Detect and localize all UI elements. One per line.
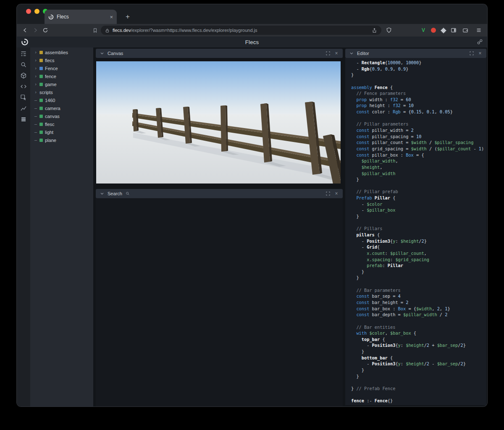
browser-tab[interactable]: Flecs ×	[45, 10, 117, 24]
search-panel-header[interactable]: Search ×	[96, 189, 343, 198]
share-icon[interactable]	[372, 28, 377, 33]
shield-icon[interactable]	[385, 26, 393, 34]
entity-color-square	[39, 67, 43, 70]
tree-item-assemblies[interactable]: ›assemblies	[30, 48, 93, 56]
entity-color-square	[39, 59, 43, 62]
3d-viewport[interactable]	[96, 61, 341, 184]
close-icon[interactable]: ×	[477, 50, 483, 56]
sidebar-toggle-icon[interactable]	[449, 26, 458, 34]
tree-item-Fence[interactable]: ›Fence	[30, 64, 93, 72]
tree-item-label: fence	[45, 74, 56, 79]
expand-arrow-icon[interactable]: ›	[34, 90, 37, 94]
window-minimize-button[interactable]	[34, 9, 39, 14]
tree-item-1460[interactable]: –1460	[30, 96, 93, 104]
canvas-panel-header[interactable]: Canvas ×	[96, 49, 343, 58]
code-icon[interactable]	[19, 82, 28, 91]
expand-arrow-icon[interactable]: ›	[34, 74, 37, 79]
forward-icon[interactable]	[31, 26, 39, 34]
expand-icon[interactable]	[325, 50, 331, 56]
stats-icon[interactable]	[19, 104, 28, 113]
editor-code: - Rectangle{10000, 10000} - Rgb{0.9, 0.9…	[351, 60, 486, 404]
expand-icon[interactable]	[325, 191, 331, 197]
code-line: x.count: $pillar_count,	[351, 250, 486, 257]
reload-icon[interactable]	[41, 26, 50, 34]
tree-item-camera[interactable]: –camera	[30, 104, 93, 112]
tree-item-label: canvas	[45, 114, 60, 119]
entities-icon[interactable]	[19, 71, 28, 80]
canvas-panel-title: Canvas	[108, 51, 123, 56]
code-line: }	[351, 367, 486, 373]
url-bar[interactable]: flecs.dev/explorer/?wasm=https://www.fle…	[101, 26, 381, 35]
puzzle-icon[interactable]	[439, 26, 448, 34]
code-line: - Position3{y: $height/2}	[351, 238, 486, 244]
back-icon[interactable]	[21, 26, 29, 34]
code-line: }	[351, 269, 486, 275]
close-icon[interactable]: ×	[333, 191, 339, 197]
tree-item-flecs[interactable]: ›flecs	[30, 56, 93, 64]
expand-arrow-icon[interactable]: ›	[34, 58, 37, 63]
tree-item-game[interactable]: ›game	[30, 80, 93, 88]
tree-item-plane[interactable]: –plane	[30, 136, 93, 144]
chevron-down-icon[interactable]	[99, 50, 105, 56]
code-line: with $color, $bar_box {	[351, 330, 486, 336]
app-header: Flecs	[17, 37, 487, 47]
code-line: - $pillar_box	[351, 207, 486, 213]
extension-v-icon[interactable]: V	[419, 26, 428, 34]
tree-item-scripts[interactable]: ›scripts	[30, 88, 93, 96]
explorer-content: ›assemblies›flecs›Fence›fence›game›scrip…	[17, 47, 487, 406]
code-line	[351, 183, 486, 189]
code-line: $pillar_width	[351, 170, 486, 177]
code-line: prefab: Pillar	[351, 262, 486, 269]
memory-icon[interactable]	[19, 115, 28, 123]
extension-red-icon[interactable]	[429, 26, 438, 34]
entity-tree: ›assemblies›flecs›Fence›fence›game›scrip…	[30, 48, 93, 144]
desktop: Flecs × + flecs.dev/explore	[0, 0, 504, 430]
tab-close-icon[interactable]: ×	[110, 14, 113, 20]
hierarchy-icon[interactable]	[19, 50, 28, 58]
expand-arrow-icon[interactable]: ›	[34, 82, 37, 87]
code-line: prop height : f32 = 10	[351, 102, 486, 109]
expand-icon[interactable]	[469, 50, 475, 56]
search-results-area[interactable]	[96, 198, 343, 406]
link-icon[interactable]	[477, 39, 483, 45]
editor-panel-header[interactable]: Editor ×	[345, 49, 486, 58]
code-line: - Grid{	[351, 244, 486, 250]
expand-arrow-icon[interactable]: ›	[34, 50, 37, 55]
leaf-dash-icon: –	[34, 130, 37, 134]
tree-item-label: plane	[45, 138, 56, 143]
canvas-panel: Canvas ×	[96, 49, 343, 184]
code-line	[351, 115, 486, 121]
page-title: Flecs	[17, 39, 487, 45]
code-line: }	[351, 72, 486, 78]
entity-color-square	[39, 83, 43, 86]
leaf-dash-icon: –	[34, 122, 37, 126]
code-editor[interactable]: - Rectangle{10000, 10000} - Rgb{0.9, 0.9…	[345, 58, 486, 405]
leaf-dash-icon: –	[34, 106, 37, 110]
bookmark-icon[interactable]	[91, 26, 99, 34]
tree-item-canvas[interactable]: –canvas	[30, 112, 93, 120]
close-icon[interactable]: ×	[333, 50, 339, 56]
chevron-down-icon[interactable]	[349, 50, 354, 56]
search-icon[interactable]	[19, 60, 28, 69]
code-line: - $color	[351, 201, 486, 207]
chevron-down-icon[interactable]	[99, 191, 105, 197]
wallet-icon[interactable]	[461, 26, 470, 34]
code-line: - Rgb{0.9, 0.9, 0.9}	[351, 66, 486, 72]
tree-item-flesc[interactable]: –flesc	[30, 120, 93, 128]
inspect-icon[interactable]	[19, 93, 28, 102]
code-line: // Pillars	[351, 225, 486, 232]
tree-item-fence[interactable]: ›fence	[30, 72, 93, 80]
code-line: fence :- Fence{}	[351, 398, 486, 404]
tree-item-light[interactable]: –light	[30, 128, 93, 136]
code-line: // Fence parameters	[351, 90, 486, 97]
tree-item-label: 1460	[45, 98, 55, 103]
new-tab-button[interactable]: +	[123, 12, 133, 22]
menu-icon[interactable]	[475, 26, 483, 34]
tree-item-label: camera	[45, 106, 60, 111]
editor-panel: Editor × - Rectangle{10000, 10000} - Rgb…	[345, 49, 486, 405]
code-line: top_bar {	[351, 336, 486, 343]
window-close-button[interactable]	[26, 9, 31, 14]
flecs-logo-icon[interactable]	[21, 38, 29, 46]
expand-arrow-icon[interactable]: ›	[34, 66, 37, 71]
search-icon	[125, 191, 131, 197]
